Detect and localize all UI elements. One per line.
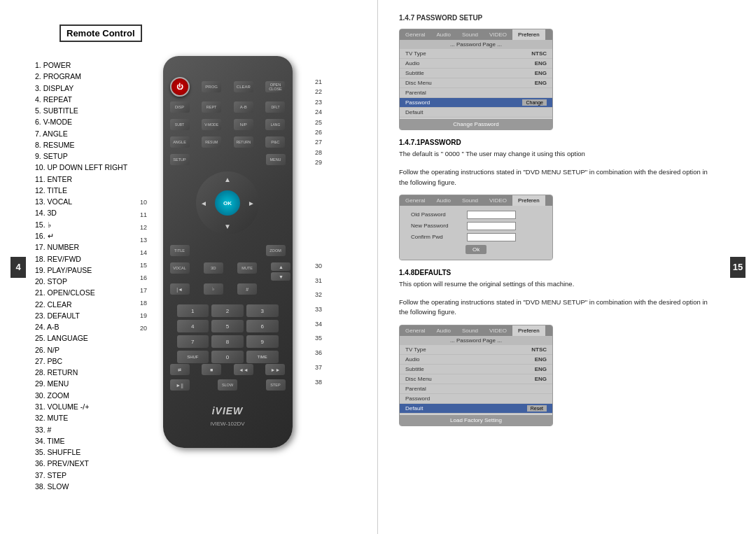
callout-27: 27 (315, 137, 322, 147)
list-item: 15. ♭ (35, 219, 154, 230)
title-button[interactable]: TITLE (170, 245, 190, 256)
prev-button[interactable]: |◄ (170, 283, 190, 295)
list-item: 13. VOCAL (35, 196, 154, 207)
repeat-button[interactable]: REPT (202, 101, 221, 113)
confirm-pwd-input[interactable] (467, 233, 516, 241)
resume-button[interactable]: RESUM (202, 136, 221, 148)
list-item: 18. REV/FWD (35, 253, 154, 265)
volume-down-button[interactable]: ▼ (271, 272, 290, 281)
volume-up-button[interactable]: ▲ (271, 262, 290, 271)
tab3-general[interactable]: General (400, 325, 430, 336)
panel-row-subtitle: SubtitleENG (400, 69, 552, 78)
list-item: 11. ENTER (35, 174, 154, 185)
stop-icon[interactable]: ■ (202, 364, 221, 375)
list-item: 20. STOP (35, 276, 154, 287)
num-0[interactable]: 0 (211, 351, 244, 363)
display-button[interactable]: DISP (170, 101, 190, 113)
list-item: 9. SETUP (35, 150, 154, 162)
list-item: 26. N/P (35, 344, 154, 356)
tab-general[interactable]: General (400, 29, 430, 40)
tab2-preferen[interactable]: Preferen (512, 195, 545, 206)
panel3-row-discmenu: Disc MenuENG (400, 374, 552, 384)
tab-audio[interactable]: Audio (430, 29, 456, 40)
list-item: 33. # (35, 424, 154, 435)
tab2-video[interactable]: VIDEO (484, 195, 512, 206)
setup-button[interactable]: SETUP (170, 154, 190, 165)
power-button[interactable]: ⏻ (170, 77, 190, 97)
nav-up-arrow[interactable]: ▲ (224, 176, 231, 183)
hash-button[interactable]: # (237, 283, 257, 295)
zoom-button[interactable]: ZOOM (266, 245, 286, 256)
enter-button[interactable]: OK (215, 190, 240, 216)
rewind-button[interactable]: ◄◄ (234, 364, 253, 375)
num-2[interactable]: 2 (211, 304, 244, 317)
tab2-sound[interactable]: Sound (456, 195, 484, 206)
menu-button[interactable]: MENU (266, 154, 286, 165)
pbc-button[interactable]: P&C (265, 136, 285, 148)
num-5[interactable]: 5 (211, 320, 244, 332)
vocal-button[interactable]: VOCAL (170, 262, 190, 274)
callout-30: 30 (315, 259, 322, 274)
panel-row-audio: AudioENG (400, 59, 552, 69)
tab-video[interactable]: VIDEO (484, 29, 512, 40)
tab3-preferen[interactable]: Preferen (512, 325, 545, 336)
num-1[interactable]: 1 (177, 304, 209, 317)
list-item: 27. PBC (35, 356, 154, 367)
list-item: 28. RETURN (35, 367, 154, 378)
list-item: 12. TITLE (35, 185, 154, 196)
num-4[interactable]: 4 (177, 320, 209, 332)
num-6[interactable]: 6 (246, 320, 279, 332)
tab2-audio[interactable]: Audio (430, 195, 456, 206)
list-item: 17. NUMBER (35, 241, 154, 253)
slow-button[interactable]: SLOW (218, 379, 237, 391)
tab-preferen[interactable]: Preferen (512, 29, 545, 40)
nav-right-arrow[interactable]: ► (248, 199, 255, 207)
list-item: 36. PREV/NEXT (35, 458, 154, 469)
3d-button[interactable]: 3D (204, 262, 223, 274)
subtitle-button[interactable]: SUBT (170, 119, 190, 130)
old-password-input[interactable] (467, 211, 516, 219)
tab-sound[interactable]: Sound (456, 29, 484, 40)
tab3-audio[interactable]: Audio (430, 325, 456, 336)
num-8[interactable]: 8 (211, 335, 244, 348)
num-7[interactable]: 7 (177, 335, 209, 348)
b-button[interactable]: ♭ (204, 283, 223, 295)
tab3-video[interactable]: VIDEO (484, 325, 512, 336)
tab3-sound[interactable]: Sound (456, 325, 484, 336)
num-3[interactable]: 3 (246, 304, 279, 317)
program-button[interactable]: PROG (202, 81, 221, 92)
np-button[interactable]: N/P (234, 119, 253, 130)
open-close-button[interactable]: OPENCLOSE (265, 81, 285, 92)
callout-15: 15 (140, 259, 147, 272)
tab2-general[interactable]: General (400, 195, 430, 206)
navigation-pad[interactable]: ▲ ▼ ◄ ► OK (196, 171, 259, 234)
play-pause-button[interactable]: ►|| (170, 379, 190, 391)
panel3-row-subtitle: SubtitleENG (400, 365, 552, 374)
old-password-row: Old Password (405, 209, 547, 220)
model-label: iVIEW-102DV (163, 421, 293, 427)
nav-left-arrow[interactable]: ◄ (200, 199, 207, 207)
new-password-input[interactable] (467, 222, 516, 230)
shuffle-icon[interactable]: ⇄ (170, 364, 190, 375)
list-item: 14. 3D (35, 207, 154, 218)
num-9[interactable]: 9 (246, 335, 279, 348)
angle-button[interactable]: ANGLE (170, 136, 190, 148)
shuffle-button[interactable]: SHUF (177, 351, 209, 363)
list-item: 35. SHUFFLE (35, 447, 154, 458)
return-button[interactable]: RETURN (234, 136, 253, 148)
step-button[interactable]: STEP (266, 379, 286, 391)
nav-down-arrow[interactable]: ▼ (224, 223, 231, 230)
time-button[interactable]: TIME (246, 351, 279, 363)
list-item: 22. CLEAR (35, 299, 154, 310)
list-item: 37. STEP (35, 470, 154, 481)
mute-button[interactable]: MUTE (237, 262, 257, 274)
language-button[interactable]: LANG (265, 119, 285, 130)
ffwd-button[interactable]: ►► (265, 364, 285, 375)
vmode-button[interactable]: V-MODE (202, 119, 221, 130)
clear-button[interactable]: CLEAR (234, 81, 253, 92)
ok-button[interactable]: Ok (465, 245, 486, 254)
left-page: 4 Remote Control 1. POWER 2. PROGRAM 3. … (0, 0, 378, 534)
list-item: 24. A-B (35, 321, 154, 332)
ab-button[interactable]: A-B (234, 101, 253, 113)
default-button[interactable]: DFLT (265, 101, 285, 113)
